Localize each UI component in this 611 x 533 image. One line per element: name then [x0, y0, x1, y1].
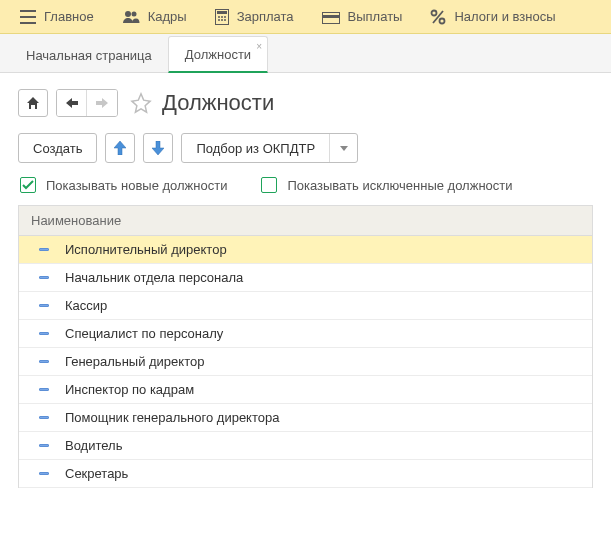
close-icon[interactable]: ×	[256, 41, 262, 52]
item-icon	[39, 276, 49, 279]
arrow-right-icon	[96, 98, 108, 108]
nav-salary[interactable]: Зарплата	[201, 0, 308, 33]
tab-bar: Начальная страница Должности ×	[0, 34, 611, 73]
nav-payments[interactable]: Выплаты	[308, 0, 417, 33]
dropdown-label: Подбор из ОКПДТР	[182, 141, 329, 156]
item-icon	[39, 416, 49, 419]
arrow-down-icon	[152, 141, 164, 155]
svg-point-9	[224, 19, 226, 21]
table-row[interactable]: Помощник генерального директора	[19, 404, 592, 432]
checkbox-show-new[interactable]	[20, 177, 36, 193]
calculator-icon	[215, 9, 229, 25]
nav-label: Главное	[44, 9, 94, 24]
filter-row: Показывать новые должности Показывать ис…	[18, 177, 593, 193]
table-row[interactable]: Генеральный директор	[19, 348, 592, 376]
svg-point-13	[440, 18, 445, 23]
nav-label: Кадры	[148, 9, 187, 24]
create-button[interactable]: Создать	[18, 133, 97, 163]
svg-rect-11	[322, 15, 340, 18]
svg-point-5	[221, 16, 223, 18]
top-navbar: Главное Кадры Зарплата Выплаты Налоги и …	[0, 0, 611, 34]
tab-positions[interactable]: Должности ×	[168, 36, 268, 73]
back-button[interactable]	[57, 90, 87, 116]
svg-point-1	[131, 11, 136, 16]
filter-show-new-label[interactable]: Показывать новые должности	[46, 178, 227, 193]
nav-main[interactable]: Главное	[6, 0, 108, 33]
star-icon	[130, 92, 152, 114]
move-down-button[interactable]	[143, 133, 173, 163]
filter-show-excluded-label[interactable]: Показывать исключенные должности	[287, 178, 512, 193]
svg-line-14	[433, 11, 443, 23]
row-label: Помощник генерального директора	[65, 410, 279, 425]
forward-button[interactable]	[87, 90, 117, 116]
move-up-button[interactable]	[105, 133, 135, 163]
item-icon	[39, 360, 49, 363]
table-row[interactable]: Инспектор по кадрам	[19, 376, 592, 404]
table-row[interactable]: Секретарь	[19, 460, 592, 488]
table-row[interactable]: Водитель	[19, 432, 592, 460]
table-row[interactable]: Кассир	[19, 292, 592, 320]
hamburger-icon	[20, 10, 36, 24]
row-label: Исполнительный директор	[65, 242, 227, 257]
item-icon	[39, 304, 49, 307]
chevron-down-icon	[329, 134, 357, 162]
tab-label: Должности	[185, 47, 251, 62]
arrow-up-icon	[114, 141, 126, 155]
svg-point-12	[432, 10, 437, 15]
wallet-icon	[322, 10, 340, 24]
positions-grid: Наименование Исполнительный директорНача…	[18, 205, 593, 488]
svg-point-6	[224, 16, 226, 18]
row-label: Начальник отдела персонала	[65, 270, 243, 285]
item-icon	[39, 248, 49, 251]
checkbox-show-excluded[interactable]	[261, 177, 277, 193]
favorite-button[interactable]	[130, 92, 152, 114]
title-bar: Должности	[18, 89, 593, 117]
svg-point-4	[218, 16, 220, 18]
nav-label: Зарплата	[237, 9, 294, 24]
row-label: Специалист по персоналу	[65, 326, 223, 341]
row-label: Секретарь	[65, 466, 128, 481]
row-label: Генеральный директор	[65, 354, 204, 369]
tab-start-page[interactable]: Начальная страница	[10, 38, 168, 72]
arrow-left-icon	[66, 98, 78, 108]
nav-taxes[interactable]: Налоги и взносы	[416, 0, 569, 33]
table-row[interactable]: Исполнительный директор	[19, 236, 592, 264]
grid-column-header[interactable]: Наименование	[19, 206, 592, 236]
page-content: Должности Создать Подбор из ОКПДТР Показ…	[0, 73, 611, 504]
nav-label: Налоги и взносы	[454, 9, 555, 24]
svg-rect-3	[217, 11, 227, 14]
item-icon	[39, 332, 49, 335]
nav-personnel[interactable]: Кадры	[108, 0, 201, 33]
item-icon	[39, 388, 49, 391]
item-icon	[39, 444, 49, 447]
table-row[interactable]: Начальник отдела персонала	[19, 264, 592, 292]
home-button[interactable]	[18, 89, 48, 117]
tab-label: Начальная страница	[26, 48, 152, 63]
item-icon	[39, 472, 49, 475]
toolbar: Создать Подбор из ОКПДТР	[18, 133, 593, 163]
svg-point-0	[125, 11, 131, 17]
percent-icon	[430, 9, 446, 25]
table-row[interactable]: Специалист по персоналу	[19, 320, 592, 348]
row-label: Инспектор по кадрам	[65, 382, 194, 397]
page-title: Должности	[162, 90, 274, 116]
people-icon	[122, 10, 140, 24]
okpdtr-picker[interactable]: Подбор из ОКПДТР	[181, 133, 358, 163]
check-icon	[22, 180, 34, 190]
row-label: Кассир	[65, 298, 107, 313]
grid-body: Исполнительный директорНачальник отдела …	[19, 236, 592, 488]
nav-label: Выплаты	[348, 9, 403, 24]
svg-point-7	[218, 19, 220, 21]
history-nav	[56, 89, 118, 117]
home-icon	[26, 96, 40, 110]
svg-point-8	[221, 19, 223, 21]
row-label: Водитель	[65, 438, 122, 453]
